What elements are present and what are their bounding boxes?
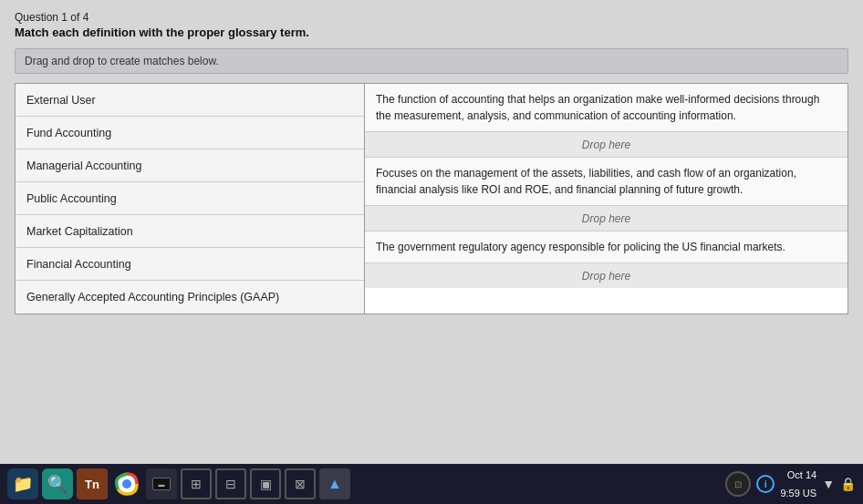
term-managerial-accounting[interactable]: Managerial Accounting	[16, 149, 364, 182]
definition-block-1: The function of accounting that helps an…	[365, 84, 847, 158]
definition-text-2: Focuses on the management of the assets,…	[365, 158, 847, 205]
drop-zone-3[interactable]: Drop here	[365, 262, 847, 288]
term-public-accounting[interactable]: Public Accounting	[16, 182, 364, 215]
definition-block-3: The government regulatory agency respons…	[365, 231, 847, 288]
question-title: Match each definition with the proper gl…	[15, 26, 848, 39]
taskbar-date: Oct 14	[787, 468, 816, 481]
taskbar-app2-icon[interactable]: ⊟	[215, 468, 246, 499]
taskbar-search-icon[interactable]: 🔍	[42, 468, 73, 499]
info-icon: i	[756, 475, 775, 493]
term-financial-accounting[interactable]: Financial Accounting	[16, 248, 364, 281]
datetime-display: Oct 14 9:59 US	[780, 468, 816, 500]
matching-area: External User Fund Accounting Managerial…	[15, 83, 848, 314]
question-number: Question 1 of 4	[15, 11, 848, 24]
taskbar-app5-icon[interactable]: ▲	[319, 468, 350, 499]
wifi-icon: ▼	[822, 477, 835, 491]
drop-zone-2[interactable]: Drop here	[365, 205, 847, 231]
drop-zone-1[interactable]: Drop here	[365, 131, 847, 157]
term-fund-accounting[interactable]: Fund Accounting	[16, 117, 364, 149]
taskbar: 📁 🔍 Tn ▬ ⊞ ⊟ ▣ ⊠ ▲ ⊡ i Oct 14 9:59 US ▼ …	[0, 464, 863, 504]
screen-icon: ⊡	[725, 471, 751, 497]
taskbar-app1-icon[interactable]: ⊞	[181, 468, 212, 499]
taskbar-app3-icon[interactable]: ▣	[250, 468, 281, 499]
definitions-column: The function of accounting that helps an…	[365, 84, 847, 314]
battery-icon: 🔒	[840, 477, 856, 491]
taskbar-text-icon[interactable]: Tn	[77, 468, 108, 499]
definition-text-3: The government regulatory agency respons…	[365, 231, 847, 262]
term-market-capitalization[interactable]: Market Capitalization	[16, 215, 364, 248]
definition-block-2: Focuses on the management of the assets,…	[365, 158, 847, 231]
taskbar-app4-icon[interactable]: ⊠	[285, 468, 316, 499]
term-external-user[interactable]: External User	[16, 84, 364, 117]
taskbar-right: ⊡ i Oct 14 9:59 US ▼ 🔒	[725, 468, 856, 500]
taskbar-time: 9:59 US	[780, 487, 816, 499]
svg-point-1	[122, 479, 131, 489]
term-gaap[interactable]: Generally Accepted Accounting Principles…	[16, 281, 364, 314]
drag-instructions: Drag and drop to create matches below.	[15, 48, 848, 74]
taskbar-terminal-icon[interactable]: ▬	[146, 468, 177, 499]
definition-text-1: The function of accounting that helps an…	[365, 84, 847, 131]
main-content: Question 1 of 4 Match each definition wi…	[0, 0, 863, 464]
taskbar-chrome-icon[interactable]	[111, 468, 142, 499]
terms-column: External User Fund Accounting Managerial…	[16, 84, 365, 314]
taskbar-files-icon[interactable]: 📁	[7, 468, 38, 499]
